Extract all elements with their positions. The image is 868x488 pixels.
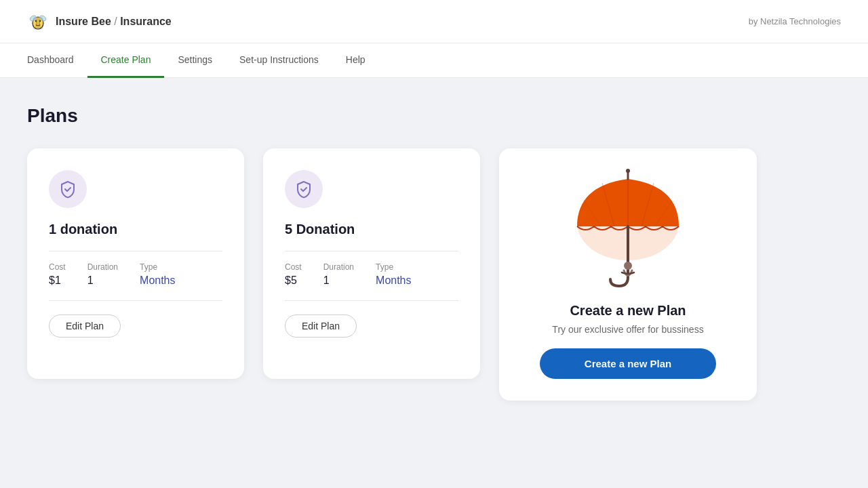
- cost-label-0: Cost: [49, 262, 66, 272]
- svg-point-6: [35, 20, 37, 21]
- plan-name-1: 5 Donation: [285, 222, 458, 237]
- plans-row: 1 donation Cost $1 Duration 1 Type Month…: [27, 148, 841, 401]
- duration-label-0: Duration: [87, 262, 118, 272]
- type-label-1: Type: [376, 262, 411, 272]
- plan-card-0: 1 donation Cost $1 Duration 1 Type Month…: [27, 148, 244, 379]
- plan-details-0: Cost $1 Duration 1 Type Months: [49, 262, 222, 287]
- navigation: Dashboard Create Plan Settings Set-up In…: [0, 43, 868, 78]
- create-new-plan-button[interactable]: Create a new Plan: [540, 348, 716, 379]
- plan-divider-0: [49, 251, 222, 251]
- umbrella-illustration: [560, 162, 696, 298]
- cost-value-1: $5: [285, 274, 302, 287]
- bee-logo-icon: [27, 11, 49, 33]
- plan-divider2-1: [285, 300, 458, 301]
- type-label-0: Type: [140, 262, 175, 272]
- plan-duration-0: Duration 1: [87, 262, 118, 287]
- duration-value-0: 1: [87, 274, 118, 287]
- cost-label-1: Cost: [285, 262, 302, 272]
- nav-settings[interactable]: Settings: [164, 43, 226, 78]
- header-byline: by Netzila Technologies: [749, 16, 841, 26]
- header-title: Insure Bee / Insurance: [56, 16, 172, 28]
- shield-check-icon-1: [294, 180, 313, 199]
- nav-create-plan[interactable]: Create Plan: [87, 43, 165, 78]
- plan-cost-1: Cost $5: [285, 262, 302, 287]
- cost-value-0: $1: [49, 274, 66, 287]
- shield-icon-wrap-1: [285, 170, 323, 208]
- plan-divider2-0: [49, 300, 222, 301]
- nav-help[interactable]: Help: [332, 43, 379, 78]
- svg-point-7: [39, 20, 41, 21]
- duration-label-1: Duration: [323, 262, 354, 272]
- type-value-0: Months: [140, 274, 175, 287]
- nav-dashboard[interactable]: Dashboard: [27, 43, 87, 78]
- page-title: Plans: [27, 105, 841, 127]
- plan-divider-1: [285, 251, 458, 251]
- plan-cost-0: Cost $1: [49, 262, 66, 287]
- umbrella-svg: [564, 165, 692, 294]
- duration-value-1: 1: [323, 274, 354, 287]
- edit-plan-button-1[interactable]: Edit Plan: [285, 314, 357, 338]
- plan-type-1: Type Months: [376, 262, 411, 287]
- nav-setup-instructions[interactable]: Set-up Instructions: [226, 43, 332, 78]
- plan-card-1: 5 Donation Cost $5 Duration 1 Type Month…: [263, 148, 480, 379]
- plan-name-0: 1 donation: [49, 222, 222, 237]
- plan-duration-1: Duration 1: [323, 262, 354, 287]
- svg-point-11: [626, 169, 630, 173]
- new-plan-subtitle: Try our exclusive offer for bussiness: [552, 324, 703, 335]
- svg-point-12: [624, 262, 632, 270]
- header: Insure Bee / Insurance by Netzila Techno…: [0, 0, 868, 43]
- type-value-1: Months: [376, 274, 411, 287]
- main-content: Plans 1 donation Cost $1 Duration 1: [0, 78, 868, 428]
- brand-area: Insure Bee / Insurance: [27, 11, 172, 33]
- plan-type-0: Type Months: [140, 262, 175, 287]
- shield-check-icon: [58, 180, 77, 199]
- new-plan-title: Create a new Plan: [570, 303, 686, 319]
- edit-plan-button-0[interactable]: Edit Plan: [49, 314, 121, 338]
- new-plan-card: Create a new Plan Try our exclusive offe…: [499, 148, 757, 401]
- shield-icon-wrap-0: [49, 170, 87, 208]
- plan-details-1: Cost $5 Duration 1 Type Months: [285, 262, 458, 287]
